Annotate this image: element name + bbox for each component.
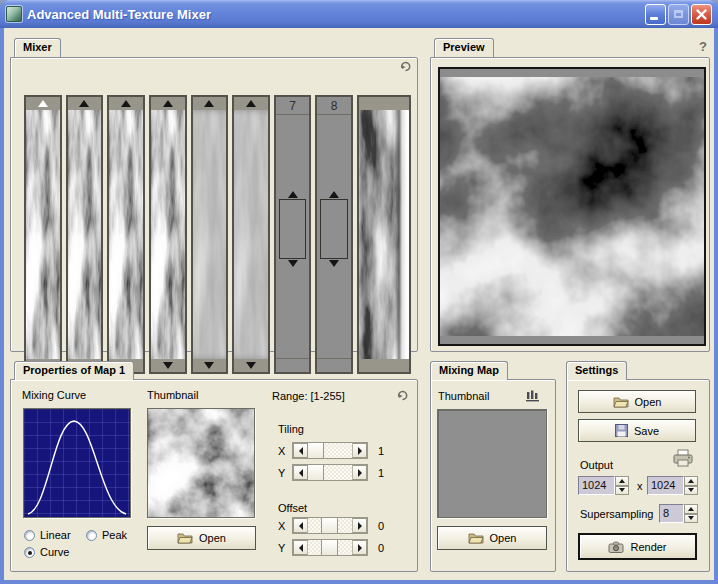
- radio-icon[interactable]: [24, 530, 35, 541]
- render-button[interactable]: Render: [578, 533, 697, 560]
- preview-image: [438, 67, 706, 346]
- render-label: Render: [630, 541, 666, 553]
- settings-open-button[interactable]: Open: [578, 390, 696, 413]
- mode-curve-option[interactable]: Curve: [24, 546, 69, 558]
- mixer-strip-3[interactable]: [107, 95, 145, 374]
- scroll-track[interactable]: [308, 518, 352, 533]
- minimize-icon: [650, 17, 658, 20]
- minimize-button[interactable]: [645, 4, 666, 25]
- scroll-track[interactable]: [308, 443, 352, 458]
- map-thumbnail-label: Thumbnail: [147, 389, 198, 401]
- offset-x-scrollbar[interactable]: [292, 517, 368, 534]
- spin-down-button[interactable]: [684, 486, 698, 496]
- mode-peak-option[interactable]: Peak: [86, 529, 127, 541]
- help-icon[interactable]: ?: [699, 39, 707, 54]
- strip3-up-arrow[interactable]: [109, 97, 143, 110]
- strip4-down-arrow[interactable]: [151, 359, 185, 372]
- mixer-strip-8[interactable]: 8: [315, 95, 353, 374]
- output-label: Output: [580, 459, 613, 471]
- slider-handle[interactable]: [320, 199, 348, 259]
- tab-properties[interactable]: Properties of Map 1: [14, 361, 134, 380]
- refresh-icon[interactable]: [396, 389, 409, 402]
- tab-mixer[interactable]: Mixer: [14, 38, 61, 57]
- title-bar[interactable]: Advanced Multi-Texture Mixer: [0, 0, 718, 28]
- scroll-track[interactable]: [308, 465, 352, 480]
- refresh-icon[interactable]: [399, 60, 412, 73]
- mixer-strip-4[interactable]: [149, 95, 187, 374]
- strip2-texture[interactable]: [68, 110, 102, 359]
- preview-panel: [430, 57, 710, 352]
- preview-top-bar: [440, 69, 704, 77]
- mixer-strip-2[interactable]: [66, 95, 104, 374]
- scroll-thumb[interactable]: [321, 539, 338, 556]
- output-width-field[interactable]: 1024: [578, 476, 615, 495]
- spin-up-button[interactable]: [684, 476, 698, 486]
- scroll-right-button[interactable]: [352, 465, 367, 480]
- strip5-down-arrow[interactable]: [193, 359, 227, 372]
- strip8-number: 8: [317, 97, 351, 115]
- strip4-texture[interactable]: [151, 110, 185, 359]
- tab-mixing-map[interactable]: Mixing Map: [430, 361, 508, 380]
- strip6-texture[interactable]: [234, 110, 268, 359]
- histogram-icon[interactable]: [526, 389, 540, 402]
- tab-preview[interactable]: Preview: [434, 38, 494, 57]
- spin-up-button[interactable]: [684, 504, 698, 514]
- spin-down-icon: [619, 488, 625, 492]
- spin-up-button[interactable]: [615, 476, 629, 486]
- strip2-up-arrow[interactable]: [68, 97, 102, 110]
- offset-y-scrollbar[interactable]: [292, 539, 368, 556]
- slider-handle[interactable]: [279, 199, 307, 259]
- scroll-left-button[interactable]: [293, 518, 308, 533]
- tab-settings[interactable]: Settings: [566, 361, 627, 380]
- spin-down-button[interactable]: [615, 486, 629, 496]
- scroll-right-button[interactable]: [352, 518, 367, 533]
- mixer-strip-1[interactable]: [24, 95, 62, 374]
- output-height-spinner[interactable]: 1024: [647, 476, 698, 495]
- strip3-texture[interactable]: [109, 110, 143, 359]
- mixing-curve-plot[interactable]: [23, 408, 131, 518]
- tiling-y-scrollbar[interactable]: [292, 464, 368, 481]
- strip4-up-arrow[interactable]: [151, 97, 185, 110]
- result-strip-bottom-bar: [359, 359, 409, 372]
- strip6-up-arrow[interactable]: [234, 97, 268, 110]
- supersampling-spinner[interactable]: 8: [659, 504, 698, 523]
- tiling-y-label: Y: [278, 467, 285, 479]
- printer-icon[interactable]: [672, 449, 694, 468]
- scroll-thumb[interactable]: [321, 517, 338, 534]
- tiling-x-scrollbar[interactable]: [292, 442, 368, 459]
- radio-icon[interactable]: [86, 530, 97, 541]
- left-arrow-icon: [299, 447, 303, 455]
- strip7-range-slider[interactable]: [279, 191, 307, 267]
- settings-open-label: Open: [635, 396, 662, 408]
- output-height-field[interactable]: 1024: [647, 476, 684, 495]
- mixing-map-open-button[interactable]: Open: [437, 526, 547, 550]
- strip8-range-slider[interactable]: [320, 191, 348, 267]
- output-width-spinner[interactable]: 1024: [578, 476, 629, 495]
- scroll-track[interactable]: [308, 540, 352, 555]
- radio-checked-icon[interactable]: [24, 547, 35, 558]
- mixer-strip-7[interactable]: 7: [274, 95, 312, 374]
- spin-down-icon: [688, 488, 694, 492]
- preview-bottom-bar: [440, 336, 704, 344]
- close-button[interactable]: [691, 4, 712, 25]
- spin-down-button[interactable]: [684, 514, 698, 524]
- scroll-left-button[interactable]: [293, 465, 308, 480]
- mixer-strip-6[interactable]: [232, 95, 270, 374]
- mode-linear-option[interactable]: Linear: [24, 529, 71, 541]
- scroll-left-button[interactable]: [293, 540, 308, 555]
- scroll-thumb[interactable]: [307, 464, 324, 481]
- strip1-up-arrow[interactable]: [26, 97, 60, 110]
- scroll-right-button[interactable]: [352, 443, 367, 458]
- map-open-button[interactable]: Open: [147, 526, 256, 550]
- strip1-texture[interactable]: [26, 110, 60, 359]
- strip5-texture[interactable]: [193, 110, 227, 359]
- scroll-thumb[interactable]: [307, 442, 324, 459]
- strip5-up-arrow[interactable]: [193, 97, 227, 110]
- strip6-down-arrow[interactable]: [234, 359, 268, 372]
- supersampling-field[interactable]: 8: [659, 504, 684, 523]
- map-open-label: Open: [199, 532, 226, 544]
- scroll-left-button[interactable]: [293, 443, 308, 458]
- mixer-strip-5[interactable]: [191, 95, 229, 374]
- settings-save-button[interactable]: Save: [578, 419, 696, 442]
- scroll-right-button[interactable]: [352, 540, 367, 555]
